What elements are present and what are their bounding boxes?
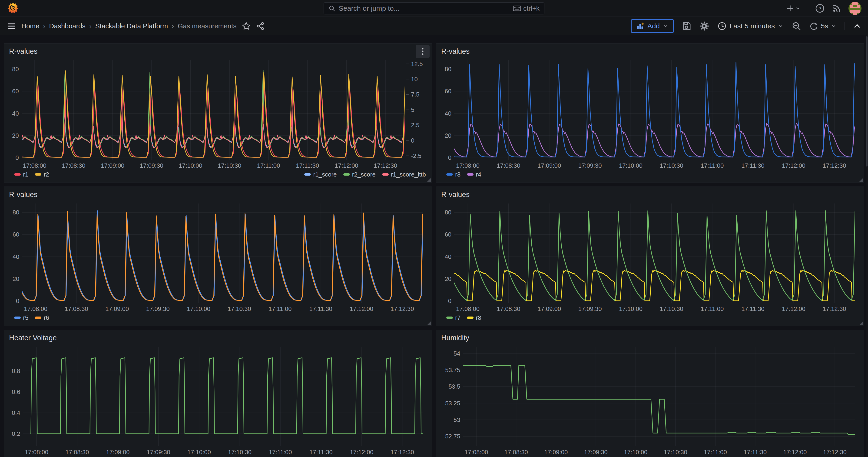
legend-item-r1_score_lttb[interactable]: r1_score_lttb	[382, 171, 426, 178]
svg-text:17:10:30: 17:10:30	[227, 305, 251, 312]
svg-text:17:08:00: 17:08:00	[24, 305, 48, 312]
svg-text:17:12:00: 17:12:00	[782, 305, 805, 312]
svg-text:2.5: 2.5	[411, 122, 420, 129]
svg-text:17:11:00: 17:11:00	[269, 305, 291, 312]
legend-item-r1_score[interactable]: r1_score	[304, 171, 337, 178]
svg-text:17:09:00: 17:09:00	[105, 305, 129, 312]
legend-item-r6[interactable]: r6	[35, 314, 49, 322]
r-values-chart[interactable]: 02040608017:08:0017:08:3017:09:0017:09:3…	[8, 201, 428, 313]
svg-text:17:12:00: 17:12:00	[335, 162, 358, 169]
mega-menu-toggle[interactable]	[6, 21, 16, 31]
panel-resize-handle[interactable]	[427, 321, 431, 325]
legend-item-r1[interactable]: r1	[14, 171, 28, 178]
zoom-out-button[interactable]	[792, 21, 801, 31]
svg-text:17:09:00: 17:09:00	[106, 449, 129, 456]
svg-text:17:08:30: 17:08:30	[62, 162, 85, 169]
svg-text:17:08:00: 17:08:00	[456, 162, 479, 169]
svg-text:12.5: 12.5	[411, 60, 423, 67]
legend-color-chip	[446, 316, 453, 319]
new-menu-button[interactable]	[785, 4, 801, 13]
r-values-chart[interactable]: 02040608017:08:0017:08:3017:09:0017:09:3…	[440, 201, 860, 313]
dashboard-grid: R-values 02040608017:08:0017:08:3017:09:…	[0, 35, 868, 457]
panel-menu-button[interactable]	[415, 45, 430, 58]
grafana-logo-icon[interactable]	[6, 2, 20, 15]
svg-text:17:10:00: 17:10:00	[624, 449, 647, 456]
legend-color-chip	[343, 173, 350, 176]
save-dashboard-button[interactable]	[682, 21, 691, 31]
humidity-chart[interactable]: 52.755353.2553.553.755417:08:0017:08:301…	[440, 344, 860, 456]
svg-text:17:11:00: 17:11:00	[701, 162, 724, 169]
refresh-picker[interactable]: 5s	[809, 21, 837, 31]
news-rss-button[interactable]	[832, 3, 841, 13]
panel-humidity: Humidity 52.755353.2553.553.755417:08:00…	[436, 330, 864, 457]
panel-resize-handle[interactable]	[859, 178, 863, 182]
panel-title[interactable]: R-values	[440, 190, 860, 201]
svg-text:17:12:00: 17:12:00	[350, 305, 373, 312]
panel-resize-handle[interactable]	[427, 178, 431, 182]
panel-title[interactable]: Heater Voltage	[8, 333, 428, 344]
svg-text:60: 60	[12, 231, 19, 238]
dashboard-settings-button[interactable]	[699, 21, 710, 31]
panel-title[interactable]: Humidity	[440, 333, 860, 344]
hamburger-icon	[6, 21, 16, 31]
panel-r-values-2: R-values 02040608017:08:0017:08:3017:09:…	[436, 43, 864, 183]
r-values-chart[interactable]: 02040608017:08:0017:08:3017:09:0017:09:3…	[440, 57, 860, 170]
collapse-controls-button[interactable]	[852, 22, 862, 30]
page-scrollbar[interactable]	[866, 35, 868, 457]
legend-item-r8[interactable]: r8	[467, 314, 481, 322]
search-box[interactable]: ctrl+k	[323, 2, 545, 14]
svg-text:53.25: 53.25	[445, 400, 460, 407]
svg-text:17:08:30: 17:08:30	[504, 449, 528, 456]
panel-r-values-1: R-values 02040608017:08:0017:08:3017:09:…	[4, 43, 432, 183]
breadcrumb-separator: ›	[172, 22, 174, 30]
help-button[interactable]: ?	[815, 3, 825, 13]
svg-text:20: 20	[12, 132, 19, 139]
svg-text:0.6: 0.6	[12, 388, 20, 395]
breadcrumb-bar: Home › Dashboards › Stackable Data Platf…	[0, 17, 868, 35]
breadcrumb-folder[interactable]: Stackable Data Platform	[95, 22, 168, 30]
svg-text:17:10:00: 17:10:00	[187, 305, 210, 312]
panel-legend: r1r2r1_scorer2_scorer1_score_lttb	[8, 170, 428, 180]
legend-item-r2[interactable]: r2	[35, 171, 49, 178]
heater-voltage-chart[interactable]: 0.20.40.60.817:08:0017:08:3017:09:0017:0…	[8, 344, 428, 456]
breadcrumb-separator: ›	[43, 22, 45, 30]
svg-text:17:08:30: 17:08:30	[497, 305, 520, 312]
svg-text:20: 20	[12, 275, 19, 282]
svg-text:17:11:30: 17:11:30	[744, 449, 767, 456]
legend-item-r7[interactable]: r7	[446, 314, 461, 322]
favorite-star-button[interactable]	[242, 21, 251, 31]
svg-text:17:12:30: 17:12:30	[823, 449, 847, 456]
panel-title[interactable]: R-values	[8, 190, 428, 201]
top-nav-bar: ctrl+k ?	[0, 0, 868, 17]
share-button[interactable]	[256, 21, 265, 31]
panel-title[interactable]: R-values	[440, 47, 860, 57]
svg-text:60: 60	[445, 88, 452, 95]
legend-item-r5[interactable]: r5	[14, 314, 28, 322]
breadcrumb-home[interactable]: Home	[21, 22, 39, 30]
svg-text:17:11:30: 17:11:30	[309, 305, 332, 312]
svg-text:17:09:30: 17:09:30	[578, 162, 601, 169]
panel-resize-handle[interactable]	[859, 321, 863, 325]
user-avatar[interactable]	[848, 2, 862, 15]
legend-item-r3[interactable]: r3	[446, 171, 461, 178]
svg-text:17:08:00: 17:08:00	[25, 449, 48, 456]
scrollbar-thumb[interactable]	[866, 36, 868, 166]
panel-legend: r7r8	[440, 313, 860, 324]
svg-text:17:11:00: 17:11:00	[704, 449, 727, 456]
keyboard-icon	[513, 5, 521, 11]
legend-item-r4[interactable]: r4	[467, 171, 481, 178]
time-range-picker[interactable]: Last 5 minutes	[717, 21, 784, 31]
svg-text:17:09:30: 17:09:30	[146, 305, 169, 312]
r-values-chart[interactable]: 02040608017:08:0017:08:3017:09:0017:09:3…	[8, 57, 428, 170]
legend-item-r2_score[interactable]: r2_score	[343, 171, 376, 178]
breadcrumb-dashboards[interactable]: Dashboards	[49, 22, 85, 30]
legend-color-chip	[382, 173, 389, 176]
add-panel-button[interactable]: Add	[631, 19, 674, 33]
legend-color-chip	[467, 316, 473, 319]
svg-text:17:10:30: 17:10:30	[664, 449, 687, 456]
search-input[interactable]	[339, 4, 510, 12]
svg-text:17:10:30: 17:10:30	[660, 305, 683, 312]
series-r8	[447, 270, 861, 301]
search-icon	[329, 5, 335, 12]
panel-title[interactable]: R-values	[8, 47, 428, 57]
